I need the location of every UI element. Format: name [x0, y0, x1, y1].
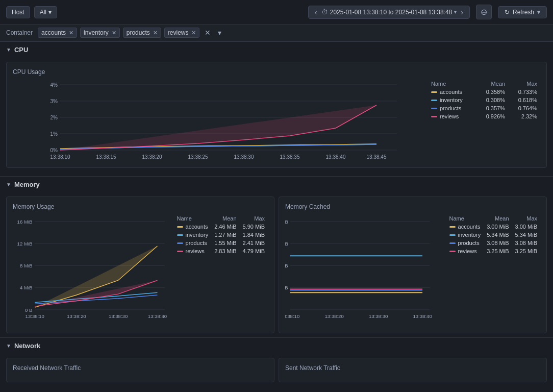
- mc-legend-row-products: products 3.08 MiB 3.08 MiB: [446, 239, 540, 247]
- svg-text:13:38:30: 13:38:30: [234, 154, 254, 160]
- svg-text:13:38:10: 13:38:10: [51, 154, 70, 160]
- svg-text:1%: 1%: [51, 131, 58, 137]
- memory-section-title: Memory: [14, 181, 40, 188]
- accounts-max: 0.733%: [508, 88, 540, 96]
- cpu-usage-panel: CPU Usage 4% 3% 2% 1%: [6, 62, 547, 168]
- svg-text:4 MiB: 4 MiB: [285, 285, 288, 290]
- clock-icon: ⏱: [321, 8, 328, 16]
- mc-legend-max-header: Max: [512, 214, 540, 223]
- svg-text:13:38:20: 13:38:20: [67, 313, 86, 319]
- svg-text:13:38:35: 13:38:35: [280, 154, 300, 160]
- svg-text:13:38:25: 13:38:25: [188, 154, 208, 160]
- svg-text:4%: 4%: [51, 82, 58, 88]
- svg-text:13:38:45: 13:38:45: [367, 154, 387, 160]
- filter-tag-products-label: products: [127, 29, 150, 36]
- reviews-legend-label: reviews: [440, 113, 459, 119]
- legend-row-products: products 0.357% 0.764%: [428, 104, 540, 112]
- sent-traffic-title: Sent Network Traffic: [285, 364, 540, 372]
- mu-products-label: products: [186, 240, 207, 246]
- memory-section-header[interactable]: ▼ Memory: [0, 176, 553, 192]
- cpu-legend-max-header: Max: [508, 80, 540, 88]
- svg-text:13:38:20: 13:38:20: [142, 154, 162, 160]
- filter-expand-button[interactable]: ▾: [216, 29, 223, 37]
- inventory-legend-label: inventory: [440, 97, 463, 103]
- host-button[interactable]: Host: [6, 6, 30, 18]
- memory-cached-chart-area: 16 MiB 12 MiB 8 MiB 4 MiB: [285, 214, 442, 327]
- received-traffic-panel: Received Network Traffic: [6, 358, 274, 382]
- reviews-mean: 0.926%: [476, 112, 508, 120]
- chevron-down-icon: ▾: [48, 9, 52, 16]
- legend-row-accounts: accounts 0.358% 0.733%: [428, 88, 540, 96]
- memory-cached-legend: Name Mean Max accounts 3.00 MiB 3.00 MiB: [446, 214, 540, 327]
- mu-legend-name-header: Name: [174, 214, 212, 223]
- accounts-legend-label: accounts: [440, 89, 462, 95]
- refresh-icon: ↻: [505, 9, 510, 16]
- mc-accounts-swatch: [449, 226, 456, 228]
- memory-charts-area: Memory Usage 16 MiB 12 MiB: [0, 192, 553, 337]
- accounts-color-swatch: [431, 91, 437, 93]
- prev-time-button[interactable]: ‹: [313, 8, 319, 16]
- cpu-chart-svg: 4% 3% 2% 1% 0% 13:: [13, 80, 424, 161]
- filter-tag-reviews-label: reviews: [168, 29, 189, 36]
- mc-products-mean: 3.08 MiB: [484, 239, 512, 247]
- mu-reviews-mean: 2.83 MiB: [211, 247, 239, 255]
- memory-usage-chart-area: 16 MiB 12 MiB 8 MiB 4 MiB 0 B: [13, 214, 170, 327]
- memory-cached-legend-table: Name Mean Max accounts 3.00 MiB 3.00 MiB: [446, 214, 540, 255]
- svg-text:4 MiB: 4 MiB: [20, 285, 33, 290]
- mc-products-swatch: [449, 242, 456, 244]
- cpu-chart-area: 4% 3% 2% 1% 0% 13:: [13, 80, 424, 161]
- refresh-label: Refresh: [513, 9, 534, 16]
- remove-inventory-button[interactable]: ✕: [112, 30, 116, 36]
- remove-products-button[interactable]: ✕: [153, 30, 158, 36]
- svg-text:0%: 0%: [51, 148, 58, 153]
- svg-text:0 B: 0 B: [25, 307, 32, 313]
- remove-accounts-button[interactable]: ✕: [69, 30, 73, 36]
- refresh-button[interactable]: ↻ Refresh ▾: [498, 6, 547, 18]
- accounts-mean: 0.358%: [476, 88, 508, 96]
- svg-text:13:38:30: 13:38:30: [369, 313, 388, 319]
- mu-inventory-swatch: [177, 234, 183, 236]
- next-time-button[interactable]: ›: [459, 8, 465, 16]
- svg-text:13:38:30: 13:38:30: [109, 313, 128, 319]
- mc-inventory-swatch: [449, 234, 456, 236]
- time-nav: ‹ ⏱ 2025-01-08 13:38:10 to 2025-01-08 13…: [308, 6, 470, 19]
- cpu-usage-title: CPU Usage: [13, 68, 540, 76]
- mc-legend-row-inventory: inventory 5.34 MiB 5.34 MiB: [446, 231, 540, 239]
- reviews-max: 2.32%: [508, 112, 540, 120]
- memory-usage-chart-legend: 16 MiB 12 MiB 8 MiB 4 MiB 0 B: [13, 214, 268, 327]
- mc-products-label: products: [458, 240, 480, 246]
- inventory-color-swatch: [431, 100, 437, 101]
- mu-legend-row-products: products 1.55 MiB 2.41 MiB: [174, 239, 268, 247]
- cpu-section-header[interactable]: ▼ CPU: [0, 41, 553, 58]
- network-section-header[interactable]: ▼ Network: [0, 337, 553, 354]
- svg-text:2%: 2%: [51, 115, 58, 120]
- mc-accounts-label: accounts: [458, 224, 481, 230]
- time-range: 2025-01-08 13:38:10 to 2025-01-08 13:38:…: [330, 9, 453, 16]
- refresh-caret-icon: ▾: [537, 9, 540, 16]
- mc-reviews-swatch: [449, 251, 456, 252]
- products-color-swatch: [431, 108, 437, 109]
- received-traffic-title: Received Network Traffic: [13, 364, 268, 372]
- mu-accounts-max: 5.90 MiB: [240, 223, 268, 231]
- svg-text:3%: 3%: [51, 99, 58, 104]
- sent-traffic-panel: Sent Network Traffic: [279, 358, 547, 382]
- filter-more-button[interactable]: ✕: [203, 29, 213, 37]
- products-mean: 0.357%: [476, 104, 508, 112]
- cpu-chart-with-legend: 4% 3% 2% 1% 0% 13:: [13, 80, 540, 161]
- svg-text:13:38:10: 13:38:10: [285, 313, 299, 319]
- cpu-section: ▼ CPU CPU Usage 4% 3% 2%: [0, 41, 553, 176]
- mc-legend-row-accounts: accounts 3.00 MiB 3.00 MiB: [446, 223, 540, 231]
- svg-text:13:38:20: 13:38:20: [324, 313, 343, 319]
- mc-inventory-max: 5.34 MiB: [512, 231, 540, 239]
- remove-reviews-button[interactable]: ✕: [191, 30, 196, 36]
- filter-tag-inventory-label: inventory: [84, 29, 109, 36]
- mu-products-max: 2.41 MiB: [240, 239, 268, 247]
- svg-text:12 MiB: 12 MiB: [285, 241, 288, 247]
- memory-usage-svg: 16 MiB 12 MiB 8 MiB 4 MiB 0 B: [13, 214, 170, 327]
- mu-reviews-label: reviews: [186, 248, 205, 254]
- zoom-button[interactable]: ⊖: [476, 5, 492, 19]
- svg-text:13:38:15: 13:38:15: [96, 154, 116, 160]
- all-dropdown[interactable]: All ▾: [34, 6, 57, 18]
- svg-text:12 MiB: 12 MiB: [17, 241, 33, 247]
- filter-tag-reviews: reviews ✕: [164, 28, 200, 38]
